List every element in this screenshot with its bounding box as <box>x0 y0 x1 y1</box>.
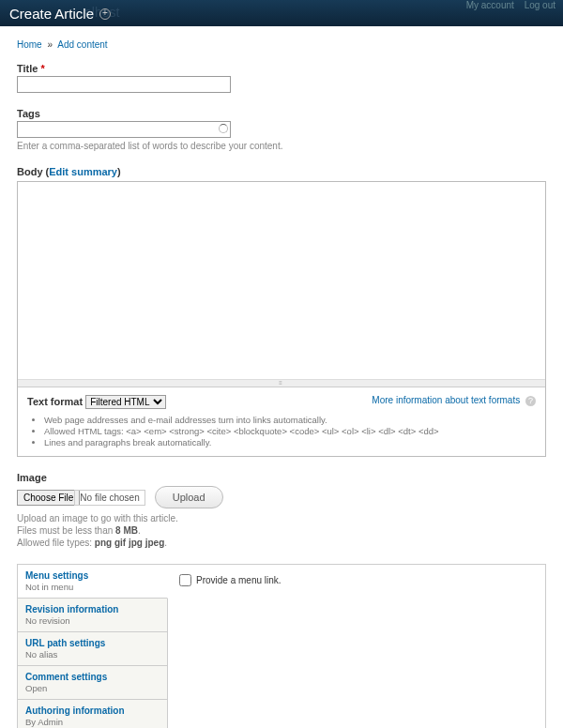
tab-authoring-info[interactable]: Authoring information By Admin <box>18 700 167 728</box>
more-info-link[interactable]: More information about text formats <box>372 395 520 405</box>
body-textarea[interactable] <box>18 182 545 379</box>
image-help-2b: 8 MB <box>115 525 138 536</box>
tab-title: URL path settings <box>25 638 160 648</box>
page-heading: Create Article <box>9 6 94 22</box>
tab-summary: Not in menu <box>25 582 73 592</box>
tags-section: Tags Enter a comma-separated list of wor… <box>17 108 546 151</box>
tab-title: Comment settings <box>25 672 160 682</box>
body-label-prefix: Body ( <box>17 166 49 177</box>
breadcrumb-sep: » <box>47 39 53 50</box>
image-help-3a: Allowed file types: <box>17 538 95 548</box>
tab-comment-settings[interactable]: Comment settings Open <box>18 666 167 700</box>
breadcrumb-add-content[interactable]: Add content <box>57 39 107 50</box>
page-body: Home » Add content Title * Tags Enter a … <box>0 26 563 728</box>
tags-label: Tags <box>17 108 546 119</box>
body-label-suffix: ) <box>117 166 121 177</box>
breadcrumb: Home » Add content <box>17 39 546 50</box>
text-format-select[interactable]: Filtered HTML <box>85 395 166 409</box>
vertical-tabs-pane: Provide a menu link. <box>168 565 545 728</box>
vertical-tabs: Menu settings Not in menu Revision infor… <box>17 564 546 728</box>
tags-help: Enter a comma-separated list of words to… <box>17 141 546 151</box>
tab-summary: By Admin <box>25 717 63 727</box>
format-tip: Web page addresses and e-mail addresses … <box>44 415 536 425</box>
tab-menu-settings[interactable]: Menu settings Not in menu <box>18 565 168 599</box>
image-help-3c: . <box>164 538 167 548</box>
ghost-text: alhost <box>84 5 119 20</box>
tab-summary: No revision <box>25 615 70 626</box>
text-format-bar: More information about text formats ? Te… <box>18 387 545 456</box>
tab-url-path[interactable]: URL path settings No alias <box>18 632 167 666</box>
format-tips: Web page addresses and e-mail addresses … <box>44 415 536 447</box>
image-label: Image <box>17 472 546 483</box>
autocomplete-spinner-icon <box>219 124 228 133</box>
image-help: Upload an image to go with this article.… <box>17 512 546 549</box>
title-section: Title * <box>17 63 546 93</box>
edit-summary-link[interactable]: Edit summary <box>49 166 117 177</box>
title-label-text: Title <box>17 63 38 74</box>
tab-revision-info[interactable]: Revision information No revision <box>18 599 167 632</box>
title-label: Title * <box>17 63 546 74</box>
tab-title: Authoring information <box>25 705 160 716</box>
choose-file-button[interactable]: Choose File <box>17 490 80 506</box>
menu-link-checkbox-label[interactable]: Provide a menu link. <box>179 574 534 586</box>
admin-toolbar: Create Article alhost My account Log out <box>0 0 563 26</box>
tab-summary: Open <box>25 683 47 693</box>
image-help-3b: png gif jpg jpeg <box>95 538 164 548</box>
breadcrumb-home[interactable]: Home <box>17 39 42 50</box>
tab-title: Revision information <box>25 604 160 614</box>
no-file-text: No file chosen <box>74 490 145 506</box>
format-help-link-wrap: More information about text formats ? <box>372 395 536 406</box>
my-account-link[interactable]: My account <box>466 0 514 10</box>
image-help-2c: . <box>138 525 141 536</box>
tags-input[interactable] <box>17 121 231 138</box>
image-help-2a: Files must be less than <box>17 525 115 536</box>
title-input[interactable] <box>17 76 231 93</box>
help-icon[interactable]: ? <box>525 396 536 406</box>
required-marker: * <box>40 63 44 74</box>
file-row: Choose FileNo file chosen Upload <box>17 486 546 508</box>
body-label: Body (Edit summary) <box>17 166 546 177</box>
body-box: ≡ More information about text formats ? … <box>17 181 546 457</box>
format-tip: Lines and paragraphs break automatically… <box>44 437 536 447</box>
format-tip: Allowed HTML tags: <a> <em> <strong> <ci… <box>44 426 536 436</box>
menu-link-checkbox[interactable] <box>179 574 191 586</box>
logout-link[interactable]: Log out <box>525 0 555 10</box>
vertical-tabs-list: Menu settings Not in menu Revision infor… <box>18 565 168 728</box>
text-format-label: Text format <box>27 396 83 407</box>
resize-grippie[interactable]: ≡ <box>18 379 545 387</box>
upload-button[interactable]: Upload <box>155 486 223 508</box>
tab-summary: No alias <box>25 649 57 660</box>
menu-link-label-text: Provide a menu link. <box>196 575 282 585</box>
body-section: Body (Edit summary) ≡ More information a… <box>17 166 546 457</box>
image-help-1: Upload an image to go with this article. <box>17 513 178 523</box>
tab-title: Menu settings <box>25 570 160 581</box>
image-section: Image Choose FileNo file chosen Upload U… <box>17 472 546 549</box>
account-links: My account Log out <box>459 0 555 10</box>
